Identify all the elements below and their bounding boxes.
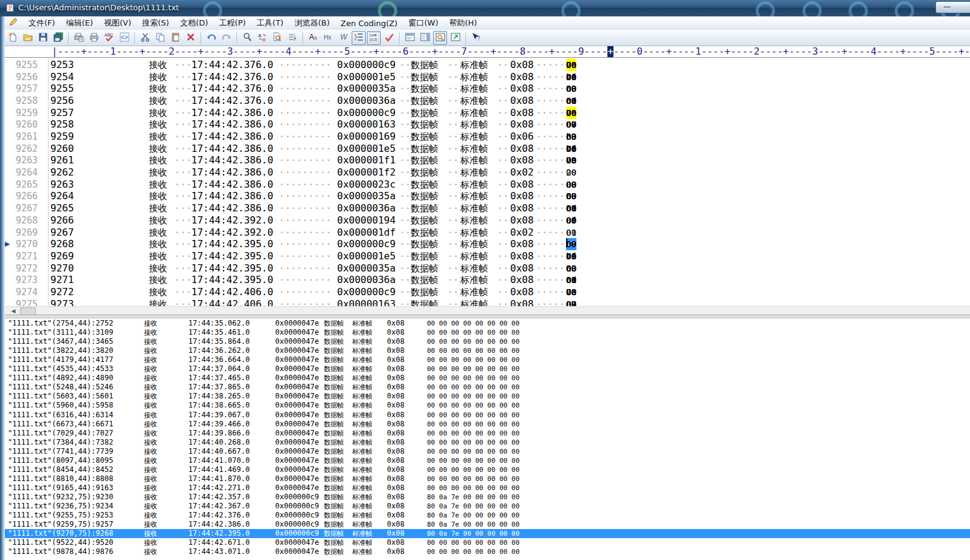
editor-row[interactable]: 92589256接收···17:44:42.376.0·········0x00…: [0, 95, 970, 107]
find-in-files-button[interactable]: [270, 31, 284, 45]
output-row[interactable]: "1111.txt"(4179,44):4177接收17:44:36.664.0…: [0, 355, 970, 364]
menu-item-11[interactable]: 帮助(H): [443, 16, 482, 30]
menu-item-2[interactable]: 编辑(E): [61, 16, 98, 30]
editor-row[interactable]: ▶92709268接收···17:44:42.395.0·········0x0…: [0, 238, 970, 250]
delete-button[interactable]: [183, 31, 197, 45]
print-button[interactable]: [87, 31, 101, 45]
output-row[interactable]: "1111.txt"(9878,44):9876接收17:44:43.071.0…: [0, 547, 970, 556]
hex-view-button[interactable]: Hx: [321, 31, 335, 45]
editor-row[interactable]: 92599257接收···17:44:42.386.0·········0x00…: [0, 107, 970, 119]
editor-row[interactable]: 92559253接收···17:44:42.376.0·········0x00…: [0, 59, 970, 71]
minimize-button[interactable]: —: [935, 1, 970, 13]
output-panel-button[interactable]: [403, 31, 417, 45]
output-row[interactable]: "1111.txt"(3467,44):3465接收17:44:35.864.0…: [0, 337, 970, 346]
editor-row[interactable]: 92729270接收···17:44:42.395.0·········0x00…: [0, 262, 970, 275]
whitespace-dots: ·········: [279, 227, 332, 239]
output-row-selected[interactable]: "1111.txt"(9270,75):9268接收17:44:42.395.0…: [0, 529, 970, 538]
editor-row[interactable]: 92609258接收···17:44:42.386.0·········0x00…: [0, 118, 970, 131]
syntax-check-button[interactable]: [382, 31, 396, 45]
context-help-button[interactable]: ?: [469, 31, 483, 45]
editor-row[interactable]: 92619259接收···17:44:42.386.0·········0x00…: [0, 131, 970, 143]
goto-line-button[interactable]: 13: [285, 31, 299, 45]
menu-item-4[interactable]: 搜索(S): [137, 16, 174, 30]
output-row[interactable]: "1111.txt"(2754,44):2752接收17:44:35.062.0…: [0, 319, 970, 328]
output-row[interactable]: "1111.txt"(8097,44):8095接收17:44:41.070.0…: [0, 456, 970, 465]
output-row[interactable]: "1111.txt"(4892,44):4890接收17:44:37.465.0…: [0, 374, 970, 383]
timestamp: 17:44:42.406.0: [191, 286, 273, 298]
editor-row[interactable]: 92669264接收···17:44:42.386.0·········0x00…: [0, 190, 970, 202]
output-row[interactable]: "1111.txt"(5248,44):5246接收17:44:37.865.0…: [0, 383, 970, 392]
editor-pane[interactable]: 92559253接收···17:44:42.376.0·········0x00…: [0, 58, 970, 315]
word-wrap-button[interactable]: W: [336, 31, 350, 45]
editor-row[interactable]: 92759273接收···17:44:42.406.0·········0x00…: [0, 298, 970, 306]
editor-row[interactable]: 92719269接收···17:44:42.395.0·········0x00…: [0, 250, 970, 262]
output-row[interactable]: "1111.txt"(7029,44):7027接收17:44:39.866.0…: [0, 429, 970, 438]
font-button[interactable]: Aa: [306, 31, 320, 45]
output-row[interactable]: "1111.txt"(5960,44):5958接收17:44:38.665.0…: [0, 401, 970, 410]
scrollbar-thumb[interactable]: [20, 307, 36, 315]
output-row[interactable]: "1111.txt"(7741,44):7739接收17:44:40.667.0…: [0, 447, 970, 456]
menu-item-5[interactable]: 文档(D): [174, 16, 213, 30]
menu-item-3[interactable]: 视图(V): [98, 16, 137, 30]
find-button[interactable]: [240, 31, 254, 45]
output-row[interactable]: "1111.txt"(4535,44):4533接收17:44:37.064.0…: [0, 364, 970, 374]
editor-row[interactable]: 92679265接收···17:44:42.386.0·········0x00…: [0, 202, 970, 214]
copy-button[interactable]: [153, 31, 167, 45]
output-row[interactable]: "1111.txt"(6673,44):6671接收17:44:39.466.0…: [0, 420, 970, 429]
spell-check-button[interactable]: ABC: [102, 31, 116, 45]
editor-row[interactable]: 92739271接收···17:44:42.395.0·········0x00…: [0, 274, 970, 286]
output-row[interactable]: "1111.txt"(9522,44):9520接收17:44:42.671.0…: [0, 538, 970, 547]
horizontal-scrollbar[interactable]: ◀: [5, 306, 970, 315]
output-row[interactable]: "1111.txt"(7384,44):7382接收17:44:40.268.0…: [0, 438, 970, 447]
editor-row[interactable]: 92699267接收···17:44:42.392.0·········0x00…: [0, 227, 970, 239]
save-all-button[interactable]: [51, 31, 65, 45]
print-preview-button[interactable]: [72, 31, 86, 45]
output-row[interactable]: "1111.txt"(3111,44):3109接收17:44:35.461.0…: [0, 328, 970, 337]
menu-item-8[interactable]: 浏览器(B): [289, 16, 335, 30]
output-row[interactable]: "1111.txt"(6316,44):6314接收17:44:39.067.0…: [0, 411, 970, 420]
scroll-left-arrow[interactable]: ◀: [9, 307, 18, 315]
menu-item-7[interactable]: 工具(T): [251, 16, 289, 30]
frame-format: 标准帧: [460, 250, 488, 262]
paste-button[interactable]: [168, 31, 182, 45]
output-row[interactable]: "1111.txt"(9236,75):9234接收17:44:42.367.0…: [0, 502, 970, 511]
document-map-button[interactable]: [418, 31, 432, 45]
search-output-panel[interactable]: "1111.txt"(2754,44):2752接收17:44:35.062.0…: [0, 318, 970, 560]
output-row[interactable]: "1111.txt"(9165,44):9163接收17:44:42.271.0…: [0, 483, 970, 493]
menu-item-9[interactable]: Zen Coding(Z): [335, 18, 403, 29]
editor-row[interactable]: 92649262接收···17:44:42.386.0·········0x00…: [0, 166, 970, 179]
undo-button[interactable]: [204, 31, 218, 45]
menu-item-10[interactable]: 窗口(W): [403, 16, 443, 30]
editor-row[interactable]: 92689266接收···17:44:42.392.0·········0x00…: [0, 214, 970, 227]
open-file-button[interactable]: [21, 31, 35, 45]
cut-button[interactable]: [138, 31, 152, 45]
file-explorer-button[interactable]: [433, 31, 447, 45]
replace-button[interactable]: AB: [255, 31, 269, 45]
menu-item-1[interactable]: 文件(F): [23, 16, 61, 30]
new-file-button[interactable]: [5, 31, 19, 45]
editor-row[interactable]: 92579255接收···17:44:42.376.0·········0x00…: [0, 83, 970, 95]
output-row[interactable]: "1111.txt"(8810,44):8808接收17:44:41.870.0…: [0, 474, 970, 483]
output-row[interactable]: "1111.txt"(3822,44):3820接收17:44:36.262.0…: [0, 346, 970, 355]
output-row[interactable]: "1111.txt"(8454,44):8452接收17:44:41.469.0…: [0, 465, 970, 474]
redo-button[interactable]: [219, 31, 233, 45]
editor-row[interactable]: 92569254接收···17:44:42.376.0·········0x00…: [0, 71, 970, 83]
menu-item-6[interactable]: 工程(P): [214, 16, 251, 30]
save-button[interactable]: [36, 31, 50, 45]
auto-format-button[interactable]: 1AB2CD: [367, 31, 381, 45]
editor-row[interactable]: 92629260接收···17:44:42.386.0·········0x00…: [0, 143, 970, 155]
output-row[interactable]: "1111.txt"(9232,75):9230接收17:44:42.357.0…: [0, 493, 970, 502]
output-row[interactable]: "1111.txt"(9255,75):9253接收17:44:42.376.0…: [0, 511, 970, 520]
column-ruler: |----+----1----+----2----+----3----+----…: [0, 46, 970, 58]
external-view-button[interactable]: [448, 31, 462, 45]
frame-dlc: 0x06: [510, 131, 534, 143]
title-bar[interactable]: C:\Users\Administrator\Desktop\1111.txt …: [0, 0, 970, 17]
output-row[interactable]: "1111.txt"(9259,75):9257接收17:44:42.386.0…: [0, 520, 970, 529]
editor-row[interactable]: 92659263接收···17:44:42.386.0·········0x00…: [0, 179, 970, 191]
editor-row[interactable]: 92639261接收···17:44:42.386.0·········0x00…: [0, 154, 970, 166]
line-numbers-button[interactable]: [352, 31, 366, 45]
output-row[interactable]: "1111.txt"(5603,44):5601接收17:44:38.265.0…: [0, 392, 970, 401]
code-view-button[interactable]: <>: [117, 31, 131, 45]
frame-bytes: 80 0a 7e 00 00 00 00 00: [427, 502, 519, 511]
editor-row[interactable]: 92749272接收···17:44:42.406.0·········0x00…: [0, 286, 970, 298]
